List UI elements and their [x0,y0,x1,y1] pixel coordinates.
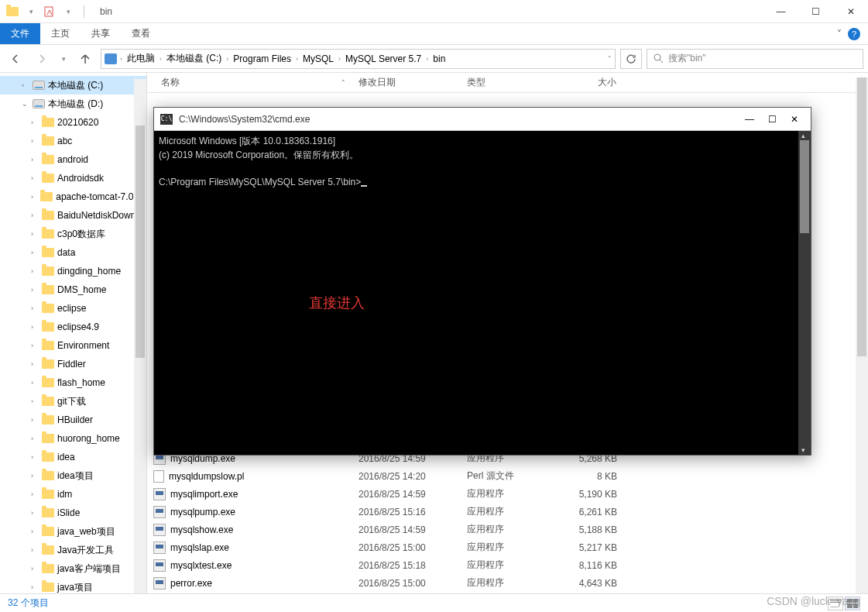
crumb-4[interactable]: MySQL Server 5.7 [342,53,424,64]
crumb-1[interactable]: 本地磁盘 (C:) [163,52,225,65]
disk-icon [33,81,45,90]
sidebar-folder[interactable]: ›java项目 [0,578,146,593]
sidebar-folder[interactable]: ›Java开发工具 [0,541,146,559]
exe-icon [153,542,166,554]
sidebar-drive-d[interactable]: ⌄ 本地磁盘 (D:) [0,95,146,113]
sidebar-folder[interactable]: ›dingding_home [0,262,146,280]
folder-label: java项目 [57,581,93,594]
sidebar-folder[interactable]: ›DMS_home [0,280,146,299]
file-row[interactable]: mysqlshow.exe2016/8/25 14:59应用程序5,188 KB [147,521,868,538]
minimize-button[interactable]: — [763,0,798,23]
chevron-right-icon: › [31,379,39,387]
main-scrollbar[interactable] [856,77,868,593]
expand-ribbon-icon[interactable]: ˅ [837,29,842,40]
file-row[interactable]: mysqlimport.exe2016/8/25 14:59应用程序5,190 … [147,485,868,503]
up-button[interactable] [74,48,96,70]
search-input[interactable]: 搜索"bin" [647,49,863,69]
close-button[interactable]: ✕ [833,0,868,23]
chevron-down-icon[interactable]: ▾ [62,5,74,18]
folder-icon [42,415,54,425]
sidebar-folder[interactable]: ›java_web项目 [0,522,146,541]
col-date[interactable]: 修改日期 [352,73,461,92]
breadcrumb-dropdown[interactable]: ˅ [608,55,612,63]
folder-label: android [57,154,88,165]
cmd-terminal[interactable]: Microsoft Windows [版本 10.0.18363.1916] (… [154,131,811,455]
sidebar-folder[interactable]: ›eclipse4.9 [0,318,146,336]
chevron-right-icon: › [31,119,39,126]
chevron-right-icon: › [31,304,39,312]
col-type[interactable]: 类型 [461,73,554,92]
file-row[interactable]: mysqldumpslow.pl2016/8/25 14:20Perl 源文件8… [147,467,868,485]
folder-icon [40,192,53,201]
help-icon[interactable]: ? [848,28,860,40]
forward-button[interactable] [31,48,53,70]
folder-icon [42,378,54,387]
properties-icon[interactable] [43,5,56,18]
sidebar-folder[interactable]: ›abc [0,132,146,150]
cmd-close[interactable]: ✕ [791,114,798,125]
file-row[interactable]: mysqlxtest.exe2016/8/25 15:18应用程序8,116 K… [147,556,868,574]
file-type: Perl 源文件 [461,469,554,483]
sidebar-folder[interactable]: ›iSlide [0,504,146,522]
folder-label: data [57,247,75,258]
file-type: 应用程序 [461,541,554,554]
chevron-right-icon: › [31,528,39,535]
back-button[interactable] [5,48,26,70]
sidebar-folder[interactable]: ›BaiduNetdiskDownlo [0,206,146,225]
sidebar-folder[interactable]: ›huorong_home [0,429,146,448]
file-row[interactable]: mysqlpump.exe2016/8/25 15:16应用程序6,261 KB [147,503,868,521]
file-size: 6,261 KB [554,507,623,517]
maximize-button[interactable]: ☐ [798,0,833,23]
sidebar-folder[interactable]: ›eclipse [0,299,146,318]
sidebar-folder[interactable]: ›HBuilder [0,411,146,429]
refresh-button[interactable] [620,49,642,69]
sidebar-folder[interactable]: ›c3p0数据库 [0,225,146,243]
col-size[interactable]: 大小 [554,73,623,92]
sidebar-folder[interactable]: ›Fiddler [0,355,146,373]
cmd-scrollbar[interactable]: ▴ ▾ [798,131,811,455]
tab-file[interactable]: 文件 [0,23,40,44]
folder-icon [42,508,54,517]
sidebar-folder[interactable]: ›idea [0,448,146,466]
chevron-right-icon: › [31,342,39,349]
crumb-5[interactable]: bin [430,53,448,64]
sidebar-folder[interactable]: ›apache-tomcat-7.0.78 [0,187,146,206]
folder-label: eclipse4.9 [57,321,99,332]
sidebar-folder[interactable]: ›idea项目 [0,466,146,485]
chevron-right-icon: › [31,583,39,591]
sidebar-folder[interactable]: ›flash_home [0,373,146,392]
crumb-2[interactable]: Program Files [230,53,294,64]
sidebar-scrollbar[interactable] [134,79,146,593]
crumb-0[interactable]: 此电脑 [124,52,158,65]
folder-label: abc [57,136,72,146]
tab-view[interactable]: 查看 [121,23,161,44]
file-row[interactable]: mysqlslap.exe2016/8/25 15:00应用程序5,217 KB [147,538,868,556]
cursor [361,185,367,187]
tab-home[interactable]: 主页 [40,23,81,44]
col-name[interactable]: 名称˄ [147,73,352,92]
file-name: mysqlxtest.exe [170,560,232,571]
folder-icon [42,211,54,220]
sidebar-folder[interactable]: ›Environment [0,336,146,355]
breadcrumb[interactable]: › 此电脑 › 本地磁盘 (C:) › Program Files › MySQ… [101,49,616,69]
sidebar-folder[interactable]: ›data [0,243,146,262]
cmd-maximize[interactable]: ☐ [768,114,777,125]
crumb-3[interactable]: MySQL [300,53,337,64]
sidebar-drive-c[interactable]: › 本地磁盘 (C:) [0,76,146,95]
cmd-titlebar[interactable]: C:\ C:\Windows\System32\cmd.exe — ☐ ✕ [154,108,811,131]
tab-share[interactable]: 共享 [81,23,121,44]
chevron-down-icon[interactable]: ▾ [25,5,37,18]
chevron-right-icon: › [31,137,39,145]
exe-icon [153,559,166,572]
sidebar-folder[interactable]: ›java客户端项目 [0,559,146,578]
file-row[interactable]: perror.exe2016/8/25 15:00应用程序4,643 KB [147,574,868,592]
history-dropdown[interactable]: ▾ [57,48,70,70]
sidebar-folder[interactable]: ›Androidsdk [0,169,146,187]
sidebar-folder[interactable]: ›android [0,150,146,169]
sidebar-folder[interactable]: ›idm [0,485,146,504]
sidebar-folder[interactable]: ›20210620 [0,113,146,132]
sidebar-folder[interactable]: ›git下载 [0,392,146,411]
file-size: 5,188 KB [554,524,623,535]
cmd-minimize[interactable]: — [745,114,754,125]
file-name: perror.exe [170,578,212,589]
